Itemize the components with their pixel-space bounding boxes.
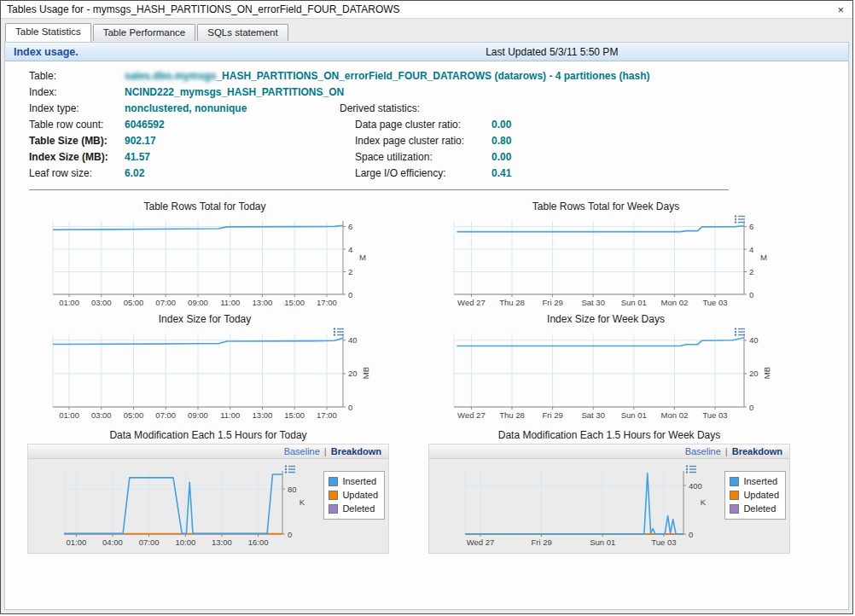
svg-text:07:00: 07:00 [155,298,176,307]
modification-today-panel: Baseline | Breakdown 01:0004:0007:0010:0… [27,444,389,554]
panel-body: 01:0004:0007:0010:0013:0016:00080K Inser… [28,459,388,553]
tables-usage-window: Tables Usage for - mymsgs_HASH_PARTITION… [0,0,853,614]
chart-menu-icon[interactable] [333,327,345,337]
chart-panel-index-size-today: Index Size for Today 01:0003:0005:0007:0… [15,310,416,422]
index-label: Index: [29,86,125,98]
chart-title: Index Size for Today [27,313,416,327]
section-header: Index usage. Last Updated 5/3/11 5:50 PM [5,43,848,61]
svg-text:40: 40 [749,335,759,345]
chart-title: Table Rows Total for Today [27,200,416,214]
svg-text:Sun 01: Sun 01 [621,298,647,307]
panel-body: Wed 27Fri 29Sun 01Tue 030400K Inserted U… [429,459,789,553]
svg-text:05:00: 05:00 [124,410,144,420]
table-row-count-value: 6046592 [125,119,340,131]
svg-text:0: 0 [288,530,292,539]
chart-menu-icon[interactable] [734,214,746,224]
svg-text:6: 6 [348,222,352,231]
baseline-link[interactable]: Baseline [284,446,320,456]
baseline-link[interactable]: Baseline [685,446,721,456]
svg-text:Mon 02: Mon 02 [661,298,689,307]
chart-panel-rows-week: Table Rows Total for Week Days Wed 27Thu… [416,197,817,310]
table-label: Table: [29,70,125,82]
breakdown-link[interactable]: Breakdown [732,446,782,456]
tab-table-performance[interactable]: Table Performance [93,24,196,41]
last-updated-text: Last Updated 5/3/11 5:50 PM [486,46,618,58]
chart-menu-icon[interactable] [284,464,296,474]
svg-text:MB: MB [361,367,370,379]
table-name-redacted: sales.dbo.mymsgs [125,70,216,82]
index-type-label: Index type: [29,102,125,114]
svg-text:Wed 27: Wed 27 [457,410,486,420]
index-type-value: nonclustered, nonunique [125,102,340,114]
data-page-cluster-ratio-value: 0.00 [491,119,568,131]
data-modification-today-chart: 01:0004:0007:0010:0013:0016:00080K [33,464,318,549]
leaf-row-size-value: 6.02 [125,167,340,179]
chart-panel-rows-today: Table Rows Total for Today 01:0003:0005:… [15,197,416,310]
svg-text:09:00: 09:00 [188,298,208,307]
svg-text:17:00: 17:00 [317,410,337,420]
svg-text:11:00: 11:00 [220,410,240,420]
svg-text:2: 2 [348,267,352,276]
svg-text:Thu 28: Thu 28 [499,410,525,420]
svg-text:07:00: 07:00 [139,538,160,547]
legend-item-updated[interactable]: Updated [329,488,378,502]
legend-item-deleted[interactable]: Deleted [730,502,779,515]
legend-item-inserted[interactable]: Inserted [329,474,378,488]
svg-text:13:00: 13:00 [253,298,273,307]
chart-title: Data Modification Each 1.5 Hours for Wee… [428,429,790,444]
panel-toolbar: Baseline | Breakdown [429,445,789,459]
svg-text:17:00: 17:00 [317,298,337,307]
svg-text:Fri 29: Fri 29 [531,538,551,547]
index-value: NCIND222_mymsgs_HASH_PARTITIONS_ON [125,86,568,98]
svg-text:15:00: 15:00 [284,410,305,420]
data-modification-week-chart: Wed 27Fri 29Sun 01Tue 030400K [434,464,719,549]
svg-text:01:00: 01:00 [59,410,79,420]
inserted-swatch [329,477,338,486]
index-size-today-chart: 01:0003:0005:0007:0009:0011:0013:0015:00… [27,327,403,422]
svg-text:Fri 29: Fri 29 [542,298,562,307]
chart-menu-icon[interactable] [685,464,697,474]
svg-text:0: 0 [348,290,352,299]
space-utilization-label: Space utilization: [340,151,491,163]
tabbar: Table Statistics Table Performance SQLs … [1,19,852,41]
table-rows-today-chart: 01:0003:0005:0007:0009:0011:0013:0015:00… [27,214,403,310]
chart-legend: Inserted Updated Deleted [724,471,786,520]
close-icon[interactable]: × [835,4,846,15]
svg-text:4: 4 [749,245,753,254]
svg-text:MB: MB [762,367,771,379]
svg-text:01:00: 01:00 [66,538,86,547]
charts-grid: Table Rows Total for Today 01:0003:0005:… [5,194,848,422]
chart-title: Data Modification Each 1.5 Hours for Tod… [27,429,389,444]
link-separator: | [324,446,327,456]
table-row-count-label: Table row count: [29,119,125,131]
svg-text:0: 0 [749,290,753,299]
inserted-swatch [730,477,739,486]
tab-table-statistics[interactable]: Table Statistics [5,23,91,42]
svg-text:6: 6 [749,222,753,231]
legend-item-updated[interactable]: Updated [730,488,779,502]
svg-text:16:00: 16:00 [248,538,269,547]
modification-grid: Data Modification Each 1.5 Hours for Tod… [5,422,848,554]
svg-text:03:00: 03:00 [91,298,112,307]
deleted-swatch [730,504,739,514]
deleted-swatch [329,504,338,514]
index-size-label: Index Size (MB): [29,151,125,163]
svg-text:15:00: 15:00 [284,298,305,307]
tab-content: Index usage. Last Updated 5/3/11 5:50 PM… [4,42,849,610]
table-size-label: Table Size (MB): [29,135,125,147]
panel-toolbar: Baseline | Breakdown [28,445,388,459]
svg-text:0: 0 [348,403,352,412]
legend-item-inserted[interactable]: Inserted [730,474,779,488]
svg-text:Tue 03: Tue 03 [702,298,727,307]
svg-text:10:00: 10:00 [175,538,195,547]
svg-text:K: K [300,497,305,507]
chart-menu-icon[interactable] [734,327,746,337]
link-separator: | [725,446,728,456]
modification-week-panel: Baseline | Breakdown Wed 27Fri 29Sun 01T… [428,444,790,554]
breakdown-link[interactable]: Breakdown [331,446,381,456]
tab-sqls-statement[interactable]: SQLs statement [197,24,288,41]
index-size-value: 41.57 [125,151,340,163]
legend-item-deleted[interactable]: Deleted [329,502,378,515]
svg-text:13:00: 13:00 [253,410,273,420]
svg-text:Sat 30: Sat 30 [581,410,604,420]
